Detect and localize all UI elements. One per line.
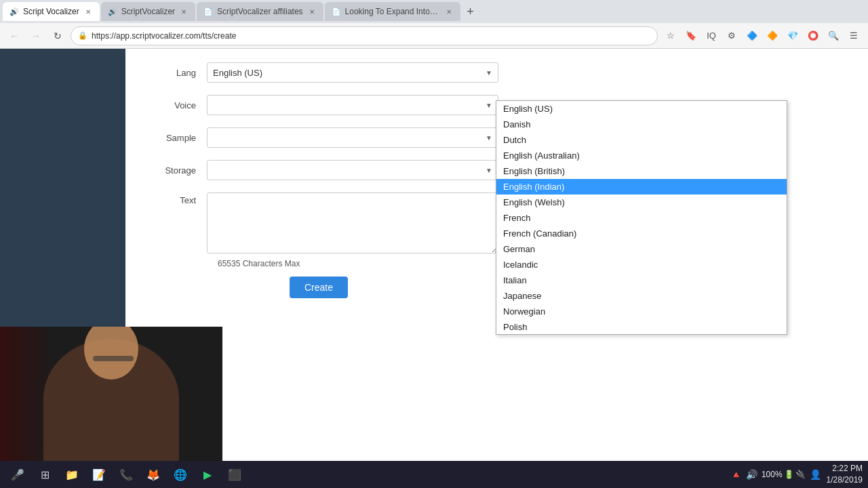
tab-3-title: ScriptVocalizer affiliates <box>217 7 303 16</box>
tab-1-close[interactable]: ✕ <box>83 7 93 16</box>
dropdown-item-3[interactable]: English (Australian) <box>496 148 787 163</box>
nav-icons: ☆ 🔖 IQ ⚙ 🔷 🔶 💎 ⭕ 🔍 ☰ <box>662 27 863 45</box>
taskbar-firefox-icon[interactable]: 🦊 <box>141 462 165 487</box>
sample-label: Sample <box>146 133 207 143</box>
text-input[interactable] <box>207 192 498 253</box>
tab-4[interactable]: 📄 Looking To Expand Into Web Ma... ✕ <box>325 2 460 21</box>
tab-1-title: Script Vocalizer <box>23 7 79 16</box>
form-rows-wrapper: Lang English (US) ▼ Voice ▼ Sam <box>146 62 848 298</box>
ext-icon-6[interactable]: 💎 <box>784 27 802 45</box>
url-text: https://app.scriptvocalizer.com/tts/crea… <box>92 31 236 41</box>
sample-dropdown-arrow: ▼ <box>486 134 492 142</box>
tab-2[interactable]: 🔊 ScriptVocalizer ✕ <box>101 2 195 21</box>
bookmark-icon[interactable]: ☆ <box>662 27 679 45</box>
back-button[interactable]: ← <box>5 27 23 45</box>
ext-icon-5[interactable]: 🔶 <box>764 27 781 45</box>
address-bar[interactable]: 🔒 https://app.scriptvocalizer.com/tts/cr… <box>71 26 658 45</box>
create-button[interactable]: Create <box>290 277 348 298</box>
taskbar-left: 🎤 ⊞ 📁 📝 📞 🦊 🌐 ▶ ⬛ <box>5 462 247 487</box>
user-icon[interactable]: 👤 <box>810 469 821 480</box>
dropdown-item-8[interactable]: French (Canadian) <box>496 226 787 241</box>
text-label: Text <box>146 192 207 205</box>
dropdown-item-4[interactable]: English (British) <box>496 163 787 179</box>
lock-icon: 🔒 <box>78 31 87 40</box>
taskbar-right: 🔺 🔊 100% 🔋 🔌 👤 2:22 PM 1/28/2019 <box>730 463 863 486</box>
lang-label: Lang <box>146 68 207 78</box>
dropdown-item-9[interactable]: German <box>496 241 787 257</box>
dropdown-item-13[interactable]: Norwegian <box>496 304 787 319</box>
forward-button[interactable]: → <box>27 27 45 45</box>
taskbar-mic-icon[interactable]: 🎤 <box>5 462 30 487</box>
tab-1-favicon: 🔊 <box>9 7 19 16</box>
reload-button[interactable]: ↻ <box>49 27 66 45</box>
tab-3[interactable]: 📄 ScriptVocalizer affiliates ✕ <box>197 2 323 21</box>
tab-3-close[interactable]: ✕ <box>307 7 317 16</box>
storage-label: Storage <box>146 165 207 176</box>
dropdown-item-10[interactable]: Icelandic <box>496 257 787 272</box>
taskbar-notes-icon[interactable]: 📝 <box>87 462 111 487</box>
dropdown-item-6[interactable]: English (Welsh) <box>496 195 787 210</box>
plug-icon: 🔌 <box>795 470 806 479</box>
voice-dropdown[interactable]: ▼ <box>207 95 498 115</box>
tab-4-close[interactable]: ✕ <box>444 7 454 16</box>
voice-label: Voice <box>146 100 207 110</box>
ext-icon-4[interactable]: 🔷 <box>743 27 761 45</box>
tab-bar: 🔊 Script Vocalizer ✕ 🔊 ScriptVocalizer ✕… <box>0 0 868 23</box>
network-icon[interactable]: 🔺 <box>730 469 742 480</box>
taskbar-folder-icon[interactable]: 📁 <box>60 462 84 487</box>
storage-dropdown-arrow: ▼ <box>486 167 492 174</box>
storage-dropdown[interactable]: ▼ <box>207 160 498 180</box>
lang-dropdown-list[interactable]: English (US)DanishDutchEnglish (Australi… <box>496 100 787 335</box>
taskbar-apps-icon[interactable]: ⊞ <box>33 462 57 487</box>
ext-icon-2[interactable]: IQ <box>703 27 720 45</box>
dropdown-item-12[interactable]: Japanese <box>496 288 787 304</box>
ext-icon-8[interactable]: 🔍 <box>825 27 842 45</box>
battery-level: 100% <box>762 470 783 479</box>
voice-dropdown-arrow: ▼ <box>486 102 492 109</box>
ext-icon-7[interactable]: ⭕ <box>804 27 822 45</box>
ext-icon-3[interactable]: ⚙ <box>723 27 741 45</box>
tab-2-close[interactable]: ✕ <box>179 7 189 16</box>
menu-button[interactable]: ☰ <box>845 27 863 45</box>
dropdown-item-1[interactable]: Danish <box>496 117 787 132</box>
lang-row: Lang English (US) ▼ <box>146 62 848 83</box>
volume-icon[interactable]: 🔊 <box>746 469 757 480</box>
tab-4-favicon: 📄 <box>332 7 341 16</box>
tab-2-favicon: 🔊 <box>108 7 117 16</box>
sample-dropdown[interactable]: ▼ <box>207 127 498 148</box>
battery-indicator: 100% 🔋 🔌 <box>762 470 806 479</box>
nav-bar: ← → ↻ 🔒 https://app.scriptvocalizer.com/… <box>0 23 868 49</box>
form-area: Lang English (US) ▼ Voice ▼ Sam <box>125 49 868 461</box>
dropdown-item-2[interactable]: Dutch <box>496 132 787 148</box>
tab-2-title: ScriptVocalizer <box>121 7 175 16</box>
dropdown-item-14[interactable]: Polish <box>496 319 787 334</box>
ext-icon-1[interactable]: 🔖 <box>682 27 700 45</box>
dropdown-item-5[interactable]: English (Indian) <box>496 179 787 195</box>
system-icons: 🔺 🔊 100% 🔋 🔌 👤 <box>730 469 821 480</box>
new-tab-button[interactable]: + <box>462 3 479 20</box>
tab-3-favicon: 📄 <box>203 7 213 16</box>
browser-chrome: 🔊 Script Vocalizer ✕ 🔊 ScriptVocalizer ✕… <box>0 0 868 49</box>
webcam-glasses <box>93 356 134 361</box>
dropdown-items: English (US)DanishDutchEnglish (Australi… <box>496 101 787 334</box>
taskbar-time: 2:22 PM 1/28/2019 <box>827 463 863 486</box>
dropdown-item-11[interactable]: Italian <box>496 272 787 288</box>
taskbar-camtasia2-icon[interactable]: ⬛ <box>222 462 247 487</box>
lang-dropdown-arrow: ▼ <box>486 69 492 77</box>
date-display: 1/28/2019 <box>827 474 863 486</box>
lang-dropdown[interactable]: English (US) ▼ <box>207 62 498 83</box>
battery-icon: 🔋 <box>784 470 794 479</box>
taskbar: 🎤 ⊞ 📁 📝 📞 🦊 🌐 ▶ ⬛ 🔺 🔊 <box>0 461 868 488</box>
dropdown-item-0[interactable]: English (US) <box>496 101 787 117</box>
taskbar-camtasia-icon[interactable]: ▶ <box>195 462 220 487</box>
taskbar-phone-icon[interactable]: 📞 <box>114 462 138 487</box>
tab-1[interactable]: 🔊 Script Vocalizer ✕ <box>3 2 100 21</box>
lang-value: English (US) <box>213 68 262 78</box>
taskbar-chrome-icon[interactable]: 🌐 <box>168 462 193 487</box>
tab-4-title: Looking To Expand Into Web Ma... <box>345 7 440 16</box>
time-display: 2:22 PM <box>827 463 863 474</box>
dropdown-item-7[interactable]: French <box>496 210 787 226</box>
